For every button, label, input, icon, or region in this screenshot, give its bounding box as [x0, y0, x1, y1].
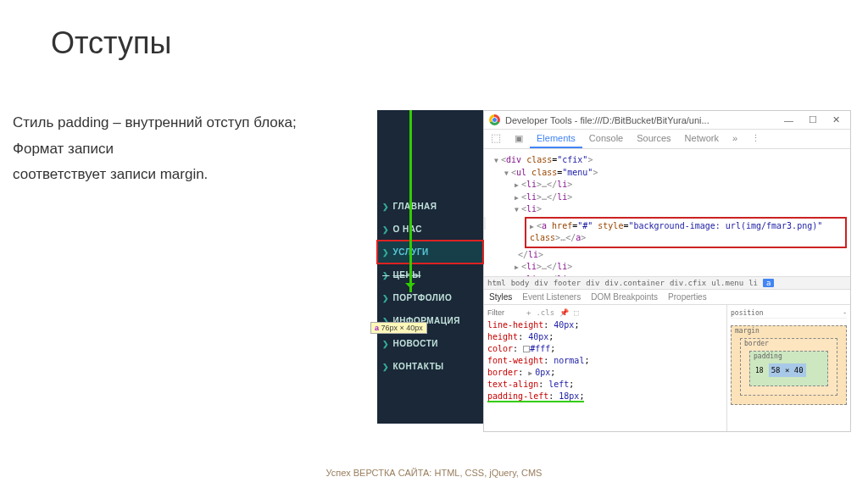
nav-item-news[interactable]: ❯НОВОСТИ [377, 332, 483, 355]
nav-label: КОНТАКТЫ [393, 362, 444, 371]
devtools-main-tabs: ⬚ ▣ Elements Console Sources Network » ⋮ [484, 130, 850, 149]
css-declarations: line-height: 40px; height: 40px; color: … [487, 319, 723, 402]
chevron-right-icon: ❯ [382, 225, 390, 234]
window-titlebar: Developer Tools - file:///D:/BitBucket/B… [484, 111, 850, 130]
tab-dom-breakpoints[interactable]: DOM Breakpoints [586, 290, 663, 304]
nav-label: О НАС [393, 225, 422, 234]
devtools-window: Developer Tools - file:///D:/BitBucket/B… [483, 110, 851, 432]
nav-item-about[interactable]: ❯О НАС [377, 218, 483, 241]
styles-panel[interactable]: + .cls 📌 ⬚ line-height: 40px; height: 40… [484, 305, 727, 431]
text-line: Стиль padding – внутренний отступ блока; [13, 110, 377, 136]
nav-item-prices[interactable]: ❯ЦЕНЫ [377, 263, 483, 286]
maximize-button[interactable]: ☐ [804, 114, 822, 125]
chevron-right-icon: ❯ [382, 363, 390, 371]
chevron-right-icon: ❯ [382, 202, 390, 211]
tab-properties[interactable]: Properties [663, 290, 712, 304]
tab-elements[interactable]: Elements [530, 130, 582, 148]
website-nav-preview: ❯ГЛАВНАЯ ❯О НАС ❯УСЛУГИ a 76px × 40px ❯Ц… [377, 110, 483, 424]
tab-event-listeners[interactable]: Event Listeners [517, 290, 586, 304]
nav-label: ПОРТФОЛИО [393, 293, 453, 302]
state-icon[interactable]: ⬚ [574, 308, 578, 317]
computed-panel: position- margin border padding 18 58 × … [727, 305, 850, 431]
box-content: 58 × 40 [769, 363, 806, 377]
pin-icon[interactable]: 📌 [559, 308, 569, 317]
nav-label: ЦЕНЫ [393, 270, 421, 280]
tab-sources[interactable]: Sources [630, 130, 677, 148]
tabs-overflow-icon[interactable]: » [726, 130, 744, 148]
inspector-tooltip: a 76px × 40px [370, 322, 427, 334]
nav-label: НОВОСТИ [393, 339, 439, 348]
slide-title: Отступы [51, 25, 817, 61]
nav-item-services[interactable]: ❯УСЛУГИ [377, 241, 483, 263]
dom-tree[interactable]: ▼<div class="cfix"> ▼<ul class="menu"> ▶… [484, 149, 850, 276]
tab-styles[interactable]: Styles [484, 290, 517, 304]
nav-label: ГЛАВНАЯ [393, 202, 437, 211]
arrow-indicator [409, 110, 412, 292]
tab-console[interactable]: Console [582, 130, 630, 148]
tab-network[interactable]: Network [678, 130, 726, 148]
nav-item-contacts[interactable]: ❯КОНТАКТЫ [377, 355, 483, 378]
chrome-icon [489, 114, 500, 125]
text-line: Формат записи [13, 136, 377, 163]
cls-toggle[interactable]: .cls [536, 308, 554, 317]
chevron-right-icon: ❯ [382, 248, 390, 257]
close-button[interactable]: ✕ [827, 114, 845, 125]
selected-dom-node[interactable]: ▶<a href="#" style="background-image: ur… [525, 217, 847, 248]
chevron-right-icon: ❯ [382, 271, 390, 280]
filter-input[interactable] [487, 308, 521, 317]
footer-text: Успех ВЕРСТКА САЙТА: HTML, CSS, jQuery, … [0, 468, 868, 478]
window-title-text: Developer Tools - file:///D:/BitBucket/B… [505, 115, 709, 125]
breadcrumb[interactable]: htmlbodydivfooterdivdiv.containerdiv.cfi… [484, 276, 850, 290]
minimize-button[interactable]: — [779, 115, 798, 125]
nav-item-portfolio[interactable]: ❯ПОРТФОЛИО [377, 286, 483, 309]
chevron-right-icon: ❯ [382, 340, 390, 348]
styles-sub-tabs: Styles Event Listeners DOM Breakpoints P… [484, 290, 850, 305]
device-icon[interactable]: ▣ [508, 130, 530, 148]
gutter-marker: ⋯ [484, 217, 486, 230]
text-line: соответствует записи margin. [13, 162, 377, 188]
nav-item-home[interactable]: ❯ГЛАВНАЯ [377, 195, 483, 218]
add-rule-icon[interactable]: + [526, 308, 531, 317]
inspect-icon[interactable]: ⬚ [484, 130, 508, 148]
menu-icon[interactable]: ⋮ [744, 130, 767, 148]
chevron-right-icon: ❯ [382, 294, 390, 302]
box-model[interactable]: margin border padding 18 58 × 40 [731, 325, 847, 405]
body-text: Стиль padding – внутренний отступ блока;… [13, 110, 377, 432]
